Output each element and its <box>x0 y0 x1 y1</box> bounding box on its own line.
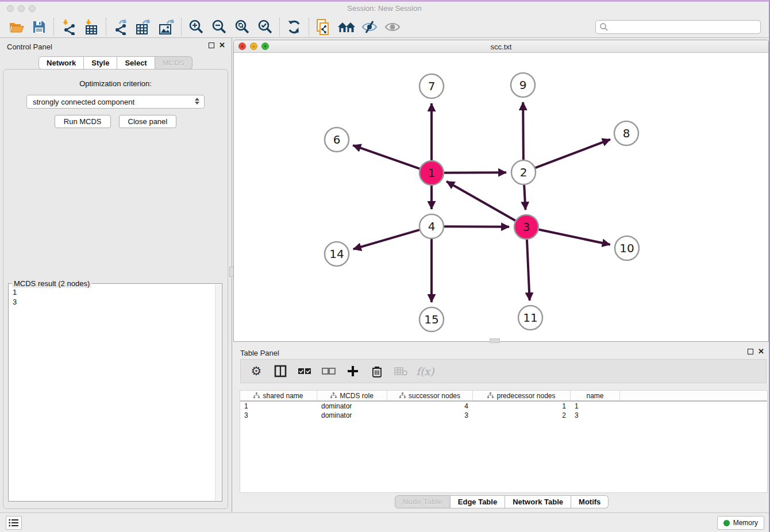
show-details-button[interactable] <box>381 18 404 36</box>
list-icon <box>9 519 19 527</box>
eye-slash-icon <box>361 20 378 34</box>
graph-edge-3-10[interactable] <box>539 230 610 245</box>
graph-edge-3-1[interactable] <box>446 182 515 221</box>
network-window-titlebar[interactable]: × − + scc.txt <box>234 40 768 53</box>
delete-table-icon[interactable] <box>394 364 409 379</box>
optimization-criterion-value: strongly connected component <box>33 98 134 106</box>
table-row[interactable]: 1 dominator 4 1 1 <box>240 402 767 411</box>
memory-button[interactable]: Memory <box>717 516 764 530</box>
task-history-button[interactable] <box>6 516 22 530</box>
zoom-in-icon <box>188 19 204 34</box>
close-panel-button[interactable]: Close panel <box>119 115 177 128</box>
tab-select[interactable]: Select <box>117 56 155 70</box>
export-table-icon <box>135 19 152 35</box>
column-header-successor-nodes[interactable]: successor nodes <box>387 391 473 400</box>
close-panel-icon[interactable]: ✕ <box>219 43 225 48</box>
optimization-criterion-select[interactable]: strongly connected component <box>26 95 205 109</box>
home-button[interactable] <box>335 18 358 36</box>
tab-network-table[interactable]: Network Table <box>505 495 571 508</box>
settings-gear-icon[interactable]: ⚙ <box>249 364 264 379</box>
refresh-icon <box>287 20 302 34</box>
select-all-icon[interactable] <box>297 364 312 379</box>
tab-mcds[interactable]: MCDS <box>155 56 192 70</box>
add-row-icon[interactable] <box>345 364 360 379</box>
open-session-button[interactable] <box>5 18 28 36</box>
graph-edge-2-3[interactable] <box>524 185 525 210</box>
graph-node-label-1: 1 <box>428 166 436 180</box>
graph-edge-3-11[interactable] <box>527 240 530 300</box>
network-table-splitter-grip[interactable] <box>490 338 500 343</box>
graph-node-label-8: 8 <box>623 126 630 140</box>
import-network-button[interactable] <box>57 18 80 36</box>
mcds-result-text[interactable]: 1 3 <box>10 287 214 499</box>
export-table-button[interactable] <box>132 18 155 36</box>
tab-style[interactable]: Style <box>84 56 117 70</box>
titlebar: Session: New Session <box>0 2 769 16</box>
table-header-row: shared name MCDS role successor nodes pr… <box>240 391 767 402</box>
optimization-criterion-label: Optimization criterion: <box>3 79 228 88</box>
tab-network[interactable]: Network <box>38 56 84 70</box>
zoom-fit-button[interactable] <box>230 18 253 36</box>
save-session-button[interactable] <box>28 18 51 36</box>
tab-edge-table[interactable]: Edge Table <box>451 495 505 508</box>
graph-edge-1-2[interactable] <box>444 172 506 173</box>
hide-details-button[interactable] <box>358 18 381 36</box>
table-tabs: Node Table Edge Table Network Table Moti… <box>233 495 770 508</box>
graph-node-label-3: 3 <box>523 220 530 234</box>
search-input[interactable] <box>609 23 760 31</box>
graph-edge-4-14[interactable] <box>353 230 419 249</box>
delete-row-icon[interactable] <box>369 364 384 379</box>
toolbar-separator <box>279 18 280 36</box>
table-panel: Table Panel ✕ ⚙ <box>233 344 770 513</box>
table-row[interactable]: 3 dominator 3 2 3 <box>240 411 767 420</box>
network-from-file-icon <box>315 18 332 36</box>
tab-node-table[interactable]: Node Table <box>395 495 451 508</box>
toolbar-separator <box>181 18 182 36</box>
float-table-panel-icon[interactable] <box>748 349 753 354</box>
graph-edge-1-6[interactable] <box>353 145 419 169</box>
tab-motifs[interactable]: Motifs <box>571 495 609 508</box>
import-table-icon <box>83 19 99 35</box>
result-scrollbar[interactable] <box>215 284 221 500</box>
zoom-in-button[interactable] <box>184 18 207 36</box>
graph-node-label-6: 6 <box>333 133 341 147</box>
column-chooser-icon[interactable] <box>273 364 288 379</box>
function-builder-icon[interactable]: f(x) <box>418 364 433 379</box>
refresh-network-button[interactable] <box>283 18 306 36</box>
network-canvas[interactable]: 7968124314101511 <box>234 53 768 342</box>
column-header-name[interactable]: name <box>571 391 620 400</box>
graph-edge-2-8[interactable] <box>536 140 610 168</box>
network-from-file-button[interactable] <box>312 18 335 36</box>
deselect-all-icon[interactable] <box>321 364 336 379</box>
home-icon <box>337 20 356 34</box>
memory-status-icon <box>723 520 730 526</box>
float-panel-icon[interactable] <box>209 43 214 48</box>
mcds-result-box: MCDS result (2 nodes) 1 3 <box>8 283 222 502</box>
graph-edge-2-9[interactable] <box>523 102 523 160</box>
export-image-button[interactable] <box>155 18 178 36</box>
zoom-out-button[interactable] <box>207 18 230 36</box>
close-table-panel-icon[interactable]: ✕ <box>758 349 764 354</box>
column-header-mcds-role[interactable]: MCDS role <box>317 391 387 400</box>
toolbar-separator <box>106 18 106 36</box>
graph-node-label-4: 4 <box>428 219 436 233</box>
control-panel: Control Panel ✕ Network Style Select MCD… <box>0 38 231 514</box>
zoom-out-icon <box>211 19 227 34</box>
export-image-icon <box>158 19 175 35</box>
graph-edge-4-3[interactable] <box>444 226 509 227</box>
status-bar: Memory <box>0 512 769 532</box>
zoom-selected-button[interactable] <box>253 18 276 36</box>
import-table-button[interactable] <box>80 18 103 36</box>
application-window: Session: New Session <box>0 0 770 532</box>
toolbar-search[interactable] <box>595 20 761 34</box>
hierarchy-icon <box>330 392 337 399</box>
run-mcds-button[interactable]: Run MCDS <box>55 115 111 128</box>
zoom-fit-icon <box>234 19 250 34</box>
column-header-predecessor-nodes[interactable]: predecessor nodes <box>473 391 571 400</box>
graph-node-label-7: 7 <box>428 79 436 93</box>
column-header-shared-name[interactable]: shared name <box>240 391 317 400</box>
export-network-button[interactable] <box>109 18 132 36</box>
main-toolbar <box>0 16 769 38</box>
select-chevrons-icon <box>195 98 199 105</box>
open-folder-icon <box>9 20 24 34</box>
